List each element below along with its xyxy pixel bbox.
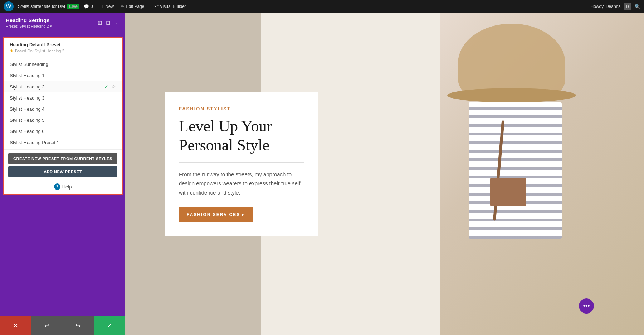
preset-dropdown: Heading Default Preset ★ Based On: Styli… — [3, 37, 123, 195]
preset-name: Stylist Heading 5 — [10, 118, 45, 123]
site-name: Stylist starter site for Divi — [18, 4, 65, 9]
main-content: FASHION STYLIST Level Up Your Personal S… — [125, 13, 644, 335]
star-outline-icon[interactable]: ☆ — [111, 84, 116, 90]
bottom-bar: ✕ ↩ ↪ ✓ — [0, 316, 125, 335]
preset-list-item[interactable]: Stylist Heading 4 — [4, 104, 122, 115]
panel-preset-label[interactable]: Preset: Stylist Heading 2 ▾ — [6, 24, 52, 28]
preset-list-item[interactable]: Stylist Subheading — [4, 59, 122, 70]
preset-list-item[interactable]: Stylist Heading 5 — [4, 115, 122, 126]
left-panel: Heading Settings Preset: Stylist Heading… — [0, 13, 125, 335]
preset-list-item[interactable]: Stylist Heading 6 — [4, 126, 122, 137]
grid-icon[interactable]: ⊞ — [98, 20, 102, 26]
fashion-cta-button[interactable]: FASHION SERVICES ▸ — [179, 207, 253, 222]
redo-button[interactable]: ↪ — [63, 316, 94, 335]
howdy-text: Howdy, Deanna — [591, 4, 621, 9]
help-section[interactable]: ? Help — [4, 181, 122, 194]
default-preset-title: Heading Default Preset — [10, 42, 116, 47]
panel-title: Heading Settings — [6, 17, 52, 23]
default-preset-based: ★ Based On: Stylist Heading 2 — [10, 48, 116, 53]
undo-button[interactable]: ↩ — [31, 316, 63, 335]
star-icon: ★ — [10, 48, 14, 53]
live-badge: Live — [67, 4, 79, 9]
more-options-icon[interactable]: ⋮ — [114, 20, 119, 26]
preset-item-actions: ✓☆ — [104, 84, 116, 90]
top-bar-actions: + New ✏ Edit Page Exit Visual Builder — [99, 3, 189, 10]
default-preset-section: Heading Default Preset ★ Based On: Styli… — [4, 38, 122, 57]
preset-name: Stylist Heading 3 — [10, 95, 45, 101]
preset-list-item[interactable]: Stylist Heading 3 — [4, 92, 122, 104]
help-icon: ? — [54, 183, 60, 190]
chevron-down-icon: ▾ — [50, 24, 52, 28]
search-icon[interactable]: 🔍 — [634, 4, 640, 9]
exit-builder-button[interactable]: Exit Visual Builder — [148, 3, 189, 10]
new-button[interactable]: + New — [99, 3, 117, 10]
preset-name: Stylist Heading 6 — [10, 129, 45, 134]
add-preset-button[interactable]: ADD NEW PRESET — [8, 166, 117, 177]
fashion-card: FASHION STYLIST Level Up Your Personal S… — [165, 92, 318, 236]
panel-title-group: Heading Settings Preset: Stylist Heading… — [6, 17, 52, 28]
preset-buttons: CREATE NEW PRESET FROM CURRENT STYLES AD… — [4, 150, 122, 181]
site-info: Stylist starter site for Divi Live — [18, 4, 79, 9]
help-label: Help — [62, 184, 72, 190]
preset-name: Stylist Heading 1 — [10, 73, 45, 78]
save-button[interactable]: ✓ — [94, 316, 126, 335]
comment-icon: 💬 — [84, 4, 89, 9]
top-bar: W Stylist starter site for Divi Live 💬 0… — [0, 0, 644, 13]
preset-name: Stylist Heading Preset 1 — [10, 140, 59, 145]
close-button[interactable]: ✕ — [0, 316, 31, 335]
fashion-image-right — [440, 13, 644, 335]
fashion-label: FASHION STYLIST — [179, 106, 304, 111]
panel-header-icons: ⊞ ⊟ ⋮ — [98, 20, 119, 26]
comment-section: 💬 0 — [84, 4, 93, 9]
comment-count: 0 — [91, 4, 93, 9]
edit-page-button[interactable]: ✏ Edit Page — [118, 3, 147, 10]
fashion-body: From the runway to the streets, my appro… — [179, 170, 304, 197]
floating-menu-button[interactable]: ••• — [579, 298, 594, 314]
fashion-heading: Level Up Your Personal Style — [179, 117, 304, 155]
create-preset-button[interactable]: CREATE NEW PRESET FROM CURRENT STYLES — [8, 153, 117, 164]
preset-name: Stylist Heading 4 — [10, 106, 45, 112]
panel-header: Heading Settings Preset: Stylist Heading… — [0, 13, 125, 31]
fashion-background: FASHION STYLIST Level Up Your Personal S… — [125, 13, 644, 335]
wordpress-icon[interactable]: W — [4, 1, 14, 11]
check-icon: ✓ — [104, 84, 108, 90]
preset-name: Stylist Subheading — [10, 62, 48, 67]
top-bar-right: Howdy, Deanna D 🔍 — [591, 3, 641, 10]
preset-list-item[interactable]: Stylist Heading Preset 1 — [4, 137, 122, 148]
preset-list-item[interactable]: Stylist Heading 1 — [4, 70, 122, 81]
preset-list: Stylist SubheadingStylist Heading 1Styli… — [4, 57, 122, 150]
preset-name: Stylist Heading 2 — [10, 84, 45, 90]
fashion-divider — [179, 162, 304, 163]
preset-list-item[interactable]: Stylist Heading 2✓☆ — [4, 81, 122, 92]
user-avatar[interactable]: D — [624, 3, 631, 10]
columns-icon[interactable]: ⊟ — [106, 20, 111, 26]
